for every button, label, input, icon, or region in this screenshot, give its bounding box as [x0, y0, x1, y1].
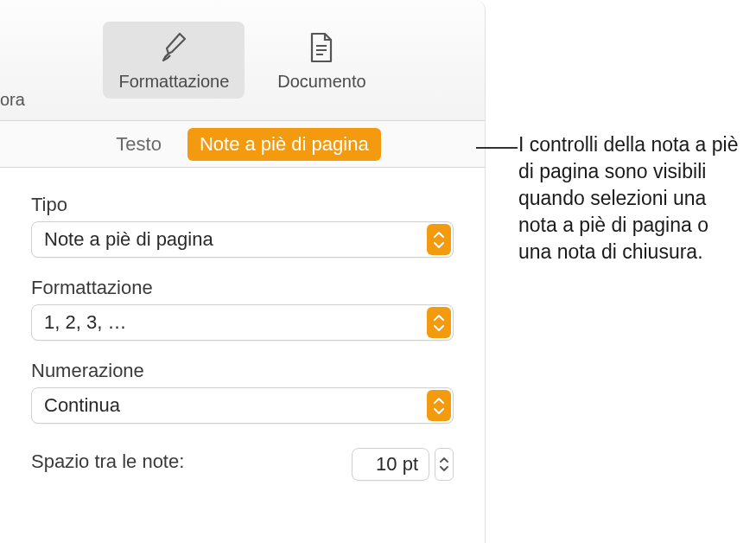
type-group: Tipo Note a piè di pagina	[31, 194, 454, 258]
format-value: 1, 2, 3, …	[44, 311, 126, 334]
numbering-group: Numerazione Continua	[31, 360, 454, 424]
callout-text: I controlli della nota a piè di pagina s…	[518, 131, 743, 265]
callout-connector	[476, 147, 518, 149]
type-popup[interactable]: Note a piè di pagina	[31, 221, 454, 258]
format-group: Formattazione 1, 2, 3, …	[31, 277, 454, 341]
spacing-stepper[interactable]: 10 pt	[352, 448, 454, 481]
controls-content: Tipo Note a piè di pagina Formattazione …	[0, 168, 485, 489]
tab-text[interactable]: Testo	[104, 128, 174, 161]
format-toolbar-label: Formattazione	[118, 72, 229, 92]
type-label: Tipo	[31, 194, 454, 216]
document-toolbar-label: Documento	[277, 72, 365, 92]
chevron-up-down-icon	[427, 307, 451, 338]
numbering-value: Continua	[44, 394, 120, 417]
chevron-up-down-icon	[427, 224, 451, 255]
format-toolbar-button[interactable]: Formattazione	[103, 22, 245, 99]
type-value: Note a piè di pagina	[44, 228, 213, 251]
document-icon	[302, 29, 340, 67]
format-label: Formattazione	[31, 277, 454, 299]
spacing-field[interactable]: 10 pt	[352, 448, 429, 481]
document-toolbar-button[interactable]: Documento	[262, 22, 381, 99]
numbering-popup[interactable]: Continua	[31, 387, 454, 424]
chevron-up-down-icon	[427, 390, 451, 421]
toolbar-left-partial: ora	[0, 90, 25, 110]
brush-icon	[155, 29, 193, 67]
inspector-panel: ora Formattazione Documento	[0, 0, 486, 543]
tab-footnotes[interactable]: Note a piè di pagina	[187, 128, 381, 161]
stepper-arrows-icon[interactable]	[435, 448, 454, 481]
toolbar: ora Formattazione Documento	[0, 0, 485, 121]
format-popup[interactable]: 1, 2, 3, …	[31, 304, 454, 341]
subtab-bar: Testo Note a piè di pagina	[0, 121, 485, 168]
spacing-row: Spazio tra le note: 10 pt	[31, 448, 454, 481]
numbering-label: Numerazione	[31, 360, 454, 382]
spacing-label: Spazio tra le note:	[31, 450, 184, 473]
